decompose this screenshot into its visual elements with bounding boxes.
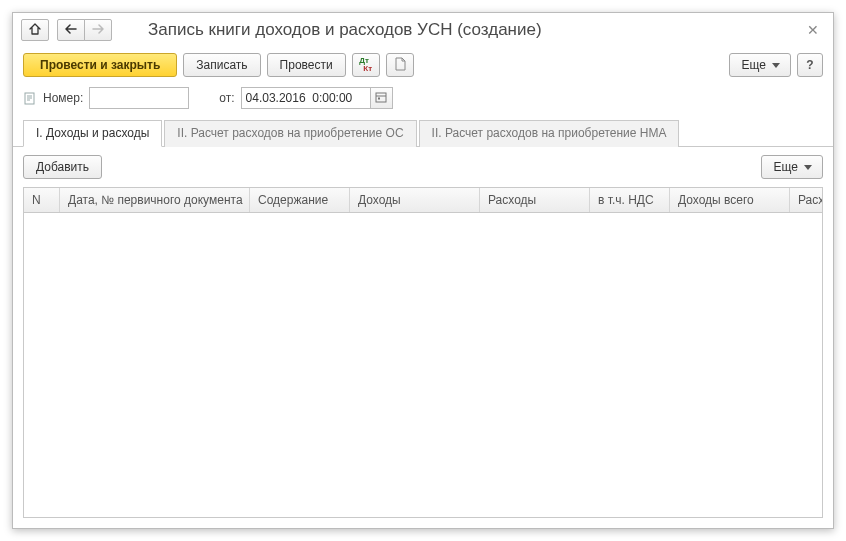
home-icon bbox=[29, 23, 41, 38]
more-label: Еще bbox=[742, 58, 766, 72]
number-input[interactable] bbox=[89, 87, 189, 109]
svg-rect-2 bbox=[378, 97, 380, 99]
dtkt-button[interactable]: ДтКт bbox=[352, 53, 380, 77]
arrow-right-icon bbox=[92, 23, 104, 37]
date-label: от: bbox=[219, 91, 234, 105]
date-input[interactable] bbox=[241, 87, 371, 109]
post-button[interactable]: Провести bbox=[267, 53, 346, 77]
col-income-total[interactable]: Доходы всего bbox=[670, 188, 790, 212]
col-date-doc[interactable]: Дата, № первичного документа bbox=[60, 188, 250, 212]
tabs: I. Доходы и расходы II. Расчет расходов … bbox=[13, 119, 833, 147]
document-icon bbox=[394, 57, 406, 74]
window-header: Запись книги доходов и расходов УСН (соз… bbox=[13, 13, 833, 45]
arrow-left-icon bbox=[65, 23, 77, 37]
date-picker-button[interactable] bbox=[371, 87, 393, 109]
grid-body[interactable] bbox=[24, 213, 822, 517]
col-content[interactable]: Содержание bbox=[250, 188, 350, 212]
chevron-down-icon bbox=[804, 165, 812, 170]
col-income[interactable]: Доходы bbox=[350, 188, 480, 212]
home-button[interactable] bbox=[21, 19, 49, 41]
main-toolbar: Провести и закрыть Записать Провести ДтК… bbox=[13, 45, 833, 87]
close-button[interactable]: ✕ bbox=[803, 20, 823, 40]
new-doc-icon bbox=[23, 91, 37, 105]
close-icon: ✕ bbox=[807, 22, 819, 38]
inner-more-button[interactable]: Еще bbox=[761, 155, 823, 179]
forward-button[interactable] bbox=[84, 19, 112, 41]
number-label: Номер: bbox=[43, 91, 83, 105]
col-n[interactable]: N bbox=[24, 188, 60, 212]
col-vat[interactable]: в т.ч. НДС bbox=[590, 188, 670, 212]
tab-os[interactable]: II. Расчет расходов на приобретение ОС bbox=[164, 120, 416, 147]
tab-income-expense[interactable]: I. Доходы и расходы bbox=[23, 120, 162, 147]
app-window: Запись книги доходов и расходов УСН (соз… bbox=[12, 12, 834, 529]
save-button[interactable]: Записать bbox=[183, 53, 260, 77]
tab-nma[interactable]: II. Расчет расходов на приобретение НМА bbox=[419, 120, 680, 147]
calendar-icon bbox=[375, 91, 387, 106]
chevron-down-icon bbox=[772, 63, 780, 68]
dtkt-icon: ДтКт bbox=[359, 57, 372, 73]
help-button[interactable]: ? bbox=[797, 53, 823, 77]
inner-toolbar: Добавить Еще bbox=[13, 147, 833, 187]
attach-button[interactable] bbox=[386, 53, 414, 77]
col-expense[interactable]: Расходы bbox=[480, 188, 590, 212]
page-title: Запись книги доходов и расходов УСН (соз… bbox=[136, 20, 799, 40]
svg-rect-1 bbox=[376, 93, 386, 102]
grid-header: N Дата, № первичного документа Содержани… bbox=[24, 188, 822, 213]
add-button[interactable]: Добавить bbox=[23, 155, 102, 179]
inner-more-label: Еще bbox=[774, 160, 798, 174]
more-menu-button[interactable]: Еще bbox=[729, 53, 791, 77]
post-and-close-button[interactable]: Провести и закрыть bbox=[23, 53, 177, 77]
back-button[interactable] bbox=[57, 19, 85, 41]
nav-group bbox=[57, 19, 112, 41]
grid: N Дата, № первичного документа Содержани… bbox=[23, 187, 823, 518]
col-expense-total[interactable]: Расхо bbox=[790, 188, 822, 212]
fields-row: Номер: от: bbox=[13, 87, 833, 119]
